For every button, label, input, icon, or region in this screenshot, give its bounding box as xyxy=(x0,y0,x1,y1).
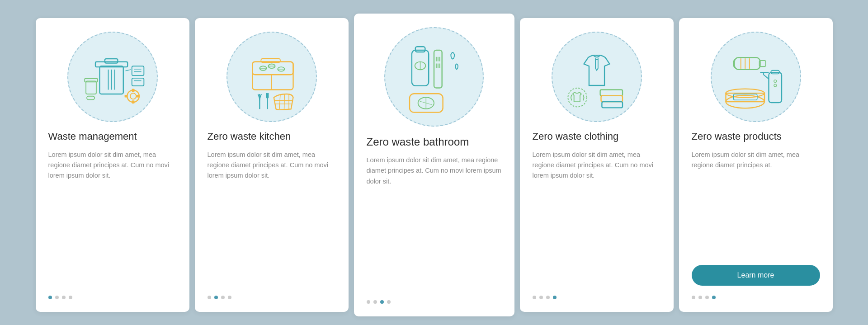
cards-container: Waste management Lorem ipsum dolor sit d… xyxy=(18,0,851,325)
svg-rect-17 xyxy=(132,78,144,86)
dot-4-3[interactable] xyxy=(546,296,550,299)
svg-rect-12 xyxy=(86,81,96,94)
clothing-illustration xyxy=(554,34,640,120)
dot-5-3[interactable] xyxy=(705,296,709,299)
dots-5 xyxy=(692,292,716,299)
dot-4-4[interactable] xyxy=(553,296,557,299)
dot-1-3[interactable] xyxy=(62,296,66,299)
svg-rect-48 xyxy=(601,96,623,102)
dot-4-1[interactable] xyxy=(533,296,536,299)
dot-1-4[interactable] xyxy=(69,296,72,299)
icon-circle-1 xyxy=(67,32,158,122)
card-zero-waste-kitchen: Zero waste kitchen Lorem ipsum dolor sit… xyxy=(195,18,349,312)
svg-rect-33 xyxy=(415,47,425,52)
card-text-3: Lorem ipsum dolor sit dim amet, mea regi… xyxy=(367,155,502,287)
card-text-4: Lorem ipsum dolor sit dim amet, mea regi… xyxy=(533,150,661,283)
card-title-4: Zero waste clothing xyxy=(533,130,619,143)
dots-3 xyxy=(367,297,391,304)
svg-rect-14 xyxy=(132,66,144,75)
card-text-2: Lorem ipsum dolor sit dim amet, mea regi… xyxy=(208,150,336,283)
dot-2-1[interactable] xyxy=(208,296,211,299)
card-icon-area-5 xyxy=(692,32,820,122)
card-title-2: Zero waste kitchen xyxy=(208,130,291,143)
waste-management-illustration xyxy=(70,34,156,120)
dots-4 xyxy=(533,292,557,299)
icon-circle-4 xyxy=(552,32,642,122)
learn-more-button[interactable]: Learn more xyxy=(692,265,820,286)
svg-point-62 xyxy=(774,80,776,83)
card-icon-area-4 xyxy=(533,32,661,122)
svg-rect-19 xyxy=(87,96,94,100)
svg-rect-8 xyxy=(132,89,134,92)
svg-rect-2 xyxy=(104,59,118,63)
svg-rect-10 xyxy=(124,95,127,98)
dot-2-4[interactable] xyxy=(228,296,231,299)
svg-rect-47 xyxy=(600,90,622,96)
products-illustration xyxy=(713,34,799,120)
card-zero-waste-products: Zero waste products Lorem ipsum dolor si… xyxy=(679,18,833,312)
svg-rect-11 xyxy=(136,95,139,98)
dots-2 xyxy=(208,292,231,299)
card-zero-waste-bathroom: Zero waste bathroom Lorem ipsum dolor si… xyxy=(354,14,514,316)
svg-rect-51 xyxy=(734,57,760,70)
card-icon-area-1 xyxy=(48,32,177,122)
dot-5-4[interactable] xyxy=(712,296,716,299)
dot-3-4[interactable] xyxy=(387,300,391,304)
kitchen-illustration xyxy=(229,34,315,120)
dot-5-2[interactable] xyxy=(698,296,702,299)
dot-5-1[interactable] xyxy=(692,296,695,299)
dots-1 xyxy=(48,292,72,299)
icon-circle-3 xyxy=(384,27,484,127)
dot-4-2[interactable] xyxy=(539,296,543,299)
svg-point-7 xyxy=(130,93,136,99)
dot-3-2[interactable] xyxy=(373,300,377,304)
icon-circle-5 xyxy=(711,32,801,122)
card-waste-management: Waste management Lorem ipsum dolor sit d… xyxy=(36,18,189,312)
dot-1-2[interactable] xyxy=(55,296,59,299)
card-title-1: Waste management xyxy=(48,130,137,143)
dot-1-1[interactable] xyxy=(48,296,52,299)
icon-circle-2 xyxy=(226,32,317,122)
dot-3-3[interactable] xyxy=(380,300,384,304)
card-zero-waste-clothing: Zero waste clothing Lorem ipsum dolor si… xyxy=(520,18,674,312)
svg-rect-9 xyxy=(132,100,134,104)
card-title-3: Zero waste bathroom xyxy=(367,135,469,149)
card-text-1: Lorem ipsum dolor sit dim amet, mea regi… xyxy=(48,150,177,283)
svg-rect-36 xyxy=(434,50,442,88)
dot-2-3[interactable] xyxy=(221,296,225,299)
svg-rect-49 xyxy=(602,102,623,108)
svg-rect-60 xyxy=(769,73,782,103)
card-icon-area-2 xyxy=(208,32,336,122)
dot-3-1[interactable] xyxy=(367,300,370,304)
dot-2-2[interactable] xyxy=(214,296,218,299)
card-title-5: Zero waste products xyxy=(692,130,782,143)
card-text-5: Lorem ipsum dolor sit dim amet, mea regi… xyxy=(692,150,820,256)
svg-point-63 xyxy=(774,84,776,87)
card-icon-area-3 xyxy=(367,27,502,127)
bathroom-illustration xyxy=(385,27,483,127)
